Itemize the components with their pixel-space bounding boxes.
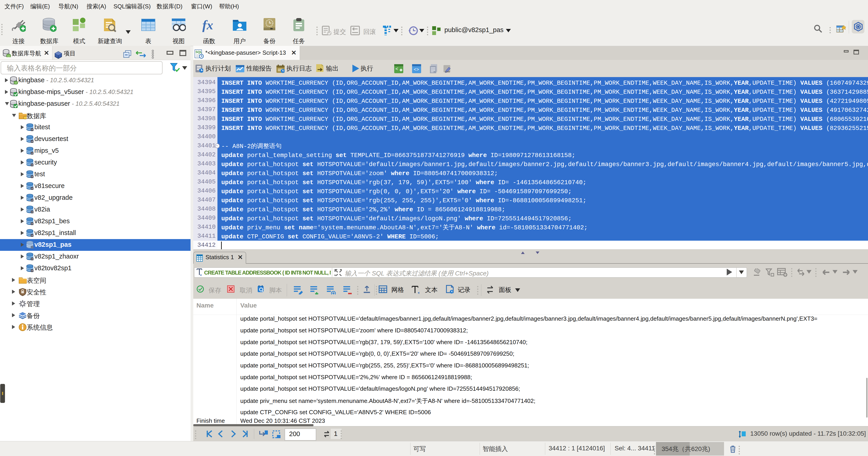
svg-text:<: < [395,66,398,72]
svg-text:SQL: SQL [195,50,202,54]
svg-text:fx: fx [202,18,213,32]
svg-text:<>: <> [414,67,419,72]
